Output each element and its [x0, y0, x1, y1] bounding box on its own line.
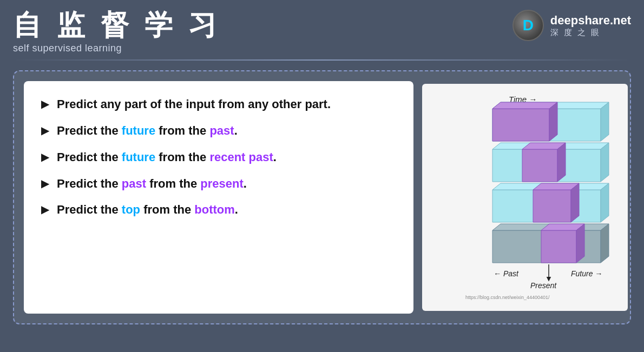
bullet-text-5: Predict the top from the bottom. [57, 202, 238, 218]
word-past-4: past [122, 177, 146, 190]
word-future-2: future [122, 124, 155, 137]
bullet-item-1: ▶ Predict any part of the input from any… [41, 96, 396, 113]
left-panel: ▶ Predict any part of the input from any… [24, 81, 413, 314]
svg-marker-21 [541, 230, 576, 263]
bullet-text-2: Predict the future from the past. [57, 123, 238, 140]
bullet-item-5: ▶ Predict the top from the bottom. [41, 202, 396, 218]
bullet-arrow-4: ▶ [41, 177, 49, 190]
svg-marker-5 [549, 102, 557, 141]
logo-icon: D [512, 10, 544, 41]
content-area: ▶ Predict any part of the input from any… [13, 70, 631, 324]
bullet-item-4: ▶ Predict the past from the present. [41, 176, 396, 192]
bullet-item-2: ▶ Predict the future from the past. [41, 123, 396, 140]
word-present: present [200, 177, 243, 190]
right-panel: Time → [413, 81, 628, 314]
bullet-text-4: Predict the past from the present. [57, 176, 247, 192]
svg-marker-8 [601, 143, 609, 182]
svg-marker-11 [557, 143, 566, 182]
word-recent-past: recent past [209, 150, 273, 164]
word-past-2: past [209, 124, 234, 137]
block-row-3 [492, 183, 609, 222]
logo-slogan: 深 度 之 眼 [550, 28, 631, 38]
svg-marker-4 [492, 102, 557, 109]
svg-marker-9 [522, 149, 557, 182]
url-label: https://blog.csdn.net/weixin_44400401/ [465, 295, 550, 300]
title-block: 自 监 督 学 习 self supervised learning [13, 10, 221, 54]
block-row-1 [492, 102, 609, 141]
bullet-arrow-5: ▶ [41, 203, 49, 216]
divider [13, 59, 631, 61]
logo-text: deepshare.net 深 度 之 眼 [550, 14, 631, 38]
block-row-4 [492, 224, 609, 263]
svg-marker-17 [571, 183, 579, 222]
word-future-3: future [122, 150, 155, 164]
block-row-2 [492, 143, 609, 182]
svg-marker-15 [533, 190, 571, 222]
word-top: top [122, 203, 140, 216]
logo-letter: D [523, 17, 534, 34]
present-label: Present [530, 281, 557, 290]
header: 自 监 督 学 习 self supervised learning D dee… [0, 0, 644, 59]
svg-marker-14 [601, 183, 609, 222]
svg-marker-23 [576, 224, 584, 263]
diagram-container: Time → [422, 84, 628, 311]
diagram-svg: Time → [433, 92, 617, 303]
past-label: ← Past [494, 269, 519, 278]
svg-marker-3 [492, 109, 549, 141]
bullet-item-3: ▶ Predict the future from the recent pas… [41, 149, 396, 166]
bullet-arrow-1: ▶ [41, 97, 49, 110]
bullet-text-3: Predict the future from the recent past. [57, 149, 277, 166]
word-bottom: bottom [194, 203, 235, 216]
svg-marker-2 [601, 102, 609, 141]
svg-marker-20 [601, 224, 609, 263]
bullet-arrow-3: ▶ [41, 150, 49, 163]
future-label: Future → [571, 269, 602, 278]
bullet-arrow-2: ▶ [41, 124, 49, 137]
bullet-text-1: Predict any part of the input from any o… [57, 96, 331, 113]
main-title: 自 监 督 学 习 [13, 10, 221, 41]
logo-block: D deepshare.net 深 度 之 眼 [512, 10, 631, 41]
subtitle: self supervised learning [13, 43, 221, 54]
logo-name: deepshare.net [550, 14, 631, 28]
